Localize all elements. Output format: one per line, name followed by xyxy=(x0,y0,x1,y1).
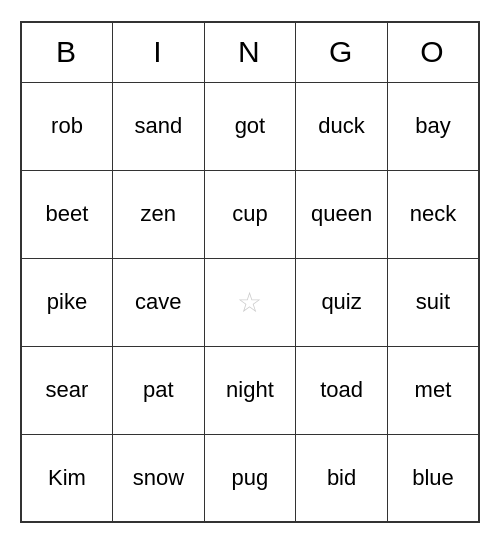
bingo-cell[interactable]: duck xyxy=(296,82,388,170)
bingo-header-row: BINGO xyxy=(21,22,479,82)
bingo-row: Kimsnowpugbidblue xyxy=(21,434,479,522)
bingo-cell[interactable]: pike xyxy=(21,258,113,346)
bingo-cell[interactable]: neck xyxy=(387,170,479,258)
bingo-cell[interactable]: bay xyxy=(387,82,479,170)
bingo-cell[interactable]: cave xyxy=(113,258,205,346)
bingo-header-cell: I xyxy=(113,22,205,82)
bingo-cell[interactable]: rob xyxy=(21,82,113,170)
bingo-header-cell: N xyxy=(204,22,296,82)
bingo-cell[interactable]: ☆ xyxy=(204,258,296,346)
bingo-cell[interactable]: bid xyxy=(296,434,388,522)
bingo-cell[interactable]: pat xyxy=(113,346,205,434)
bingo-row: searpatnighttoadmet xyxy=(21,346,479,434)
bingo-cell[interactable]: cup xyxy=(204,170,296,258)
bingo-header-cell: O xyxy=(387,22,479,82)
bingo-cell[interactable]: pug xyxy=(204,434,296,522)
bingo-cell[interactable]: toad xyxy=(296,346,388,434)
bingo-header-cell: G xyxy=(296,22,388,82)
bingo-cell[interactable]: queen xyxy=(296,170,388,258)
bingo-cell[interactable]: night xyxy=(204,346,296,434)
bingo-cell[interactable]: sear xyxy=(21,346,113,434)
bingo-header-cell: B xyxy=(21,22,113,82)
free-space-star: ☆ xyxy=(237,287,262,318)
bingo-cell[interactable]: snow xyxy=(113,434,205,522)
bingo-cell[interactable]: zen xyxy=(113,170,205,258)
bingo-cell[interactable]: blue xyxy=(387,434,479,522)
bingo-cell[interactable]: quiz xyxy=(296,258,388,346)
bingo-row: robsandgotduckbay xyxy=(21,82,479,170)
bingo-cell[interactable]: sand xyxy=(113,82,205,170)
bingo-cell[interactable]: got xyxy=(204,82,296,170)
bingo-row: pikecave☆quizsuit xyxy=(21,258,479,346)
bingo-cell[interactable]: Kim xyxy=(21,434,113,522)
bingo-cell[interactable]: beet xyxy=(21,170,113,258)
bingo-card: BINGO robsandgotduckbaybeetzencupqueenne… xyxy=(20,21,480,523)
bingo-cell[interactable]: suit xyxy=(387,258,479,346)
bingo-row: beetzencupqueenneck xyxy=(21,170,479,258)
bingo-cell[interactable]: met xyxy=(387,346,479,434)
